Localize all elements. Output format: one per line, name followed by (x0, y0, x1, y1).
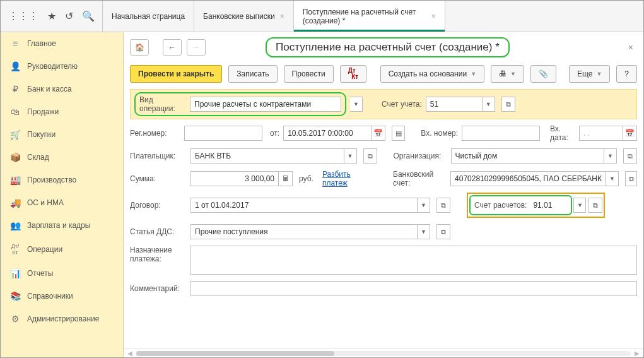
row-reg: Рег.номер: от: 10.05.2017 0:00:00 📅 ▤ Вх… (130, 124, 637, 142)
op-type-input[interactable]: Прочие расчеты с контрагентами (190, 97, 341, 112)
sidebar-item-admin[interactable]: ⚙Администрирование (1, 307, 123, 330)
comment-input[interactable] (190, 281, 637, 296)
app-window: ⋮⋮⋮ ★ ↺ 🔍 Начальная страница Банковские … (0, 0, 644, 358)
org-dropdown[interactable]: ▼ (604, 148, 617, 164)
write-button[interactable]: Записать (228, 65, 277, 83)
bank-acc-label: Банковский счет: (393, 170, 447, 188)
settle-acc-dropdown[interactable]: ▼ (573, 198, 586, 213)
bank-acc-open[interactable]: ⧉ (625, 171, 637, 186)
doc-icon[interactable]: ▤ (392, 126, 405, 141)
split-payment-link[interactable]: Разбить платеж (322, 170, 370, 188)
sidebar-item-label: Банк и касса (27, 85, 72, 93)
op-type-dropdown[interactable]: ▼ (350, 97, 363, 112)
calendar-icon[interactable]: 📅 (623, 126, 637, 141)
sidebar-item-label: Отчеты (27, 269, 53, 278)
attach-button[interactable]: 📎 (530, 65, 556, 83)
row-comment: Комментарий: (130, 280, 637, 297)
date-input[interactable]: 10.05.2017 0:00:00 (283, 126, 372, 141)
tab-label: Начальная страница (112, 12, 185, 21)
dds-open[interactable]: ⧉ (436, 224, 450, 239)
payer-dropdown[interactable]: ▼ (344, 148, 357, 164)
sidebar-item-warehouse[interactable]: 📦Склад (1, 146, 123, 169)
tab-start-page[interactable]: Начальная страница (103, 1, 194, 32)
main: 🏠 ← → Поступление на расчетный счет (соз… (124, 32, 643, 357)
sidebar-item-label: Администрирование (27, 314, 99, 323)
calendar-icon[interactable]: 📅 (372, 126, 385, 141)
contract-input[interactable]: 1 от 01.04.2017 (190, 198, 418, 213)
in-no-label: Вх. номер: (421, 129, 458, 138)
account-input[interactable]: 51 (426, 97, 483, 112)
chart-icon: 📊 (9, 268, 21, 278)
books-icon: 📚 (9, 291, 21, 301)
close-icon[interactable]: × (431, 12, 436, 21)
sidebar-item-bank[interactable]: ₽Банк и касса (1, 78, 123, 100)
forward-button[interactable]: → (187, 39, 206, 56)
post-and-close-button[interactable]: Провести и закрыть (130, 65, 222, 83)
sidebar-item-manager[interactable]: 👤Руководителю (1, 55, 123, 78)
print-button[interactable]: 🖶▼ (491, 65, 524, 83)
sidebar-item-production[interactable]: 🏭Производство (1, 169, 123, 191)
tab-bank-statements[interactable]: Банковские выписки × (194, 1, 294, 32)
scroll-track[interactable] (136, 351, 631, 356)
settle-acc-label: Счет расчетов: (474, 201, 527, 210)
tabs: Начальная страница Банковские выписки × … (103, 1, 445, 32)
bank-acc-input[interactable]: 40702810299996505045, ПАО СБЕРБАНК (450, 171, 606, 186)
account-open[interactable]: ⧉ (501, 97, 515, 112)
sidebar-item-label: Зарплата и кадры (27, 221, 90, 230)
sidebar-item-label: ОС и НМА (27, 198, 64, 207)
sidebar-item-catalogs[interactable]: 📚Справочники (1, 285, 123, 307)
from-label: от: (270, 129, 279, 138)
scroll-thumb[interactable] (136, 351, 334, 356)
org-input[interactable]: Чистый дом (451, 148, 605, 164)
in-no-input[interactable] (462, 126, 540, 141)
calc-icon[interactable]: 🖩 (279, 171, 293, 186)
row-contract: Договор: 1 от 01.04.2017 ▼ ⧉ Счет расчет… (130, 193, 637, 218)
sidebar-item-assets[interactable]: 🚚ОС и НМА (1, 191, 123, 214)
sidebar-item-hr[interactable]: 👥Зарплата и кадры (1, 214, 123, 237)
in-date-input[interactable]: . . (579, 126, 623, 141)
tab-receipt-create[interactable]: Поступление на расчетный счет (создание)… (294, 1, 445, 32)
scroll-right-icon[interactable]: ▶ (635, 350, 640, 357)
sidebar-item-operations[interactable]: Дт/КтОперации (1, 237, 123, 262)
payer-open[interactable]: ⧉ (363, 148, 377, 164)
body: ≡Главное 👤Руководителю ₽Банк и касса 🛍Пр… (1, 32, 643, 357)
purpose-label: Назначение платежа: (130, 246, 187, 263)
apps-icon[interactable]: ⋮⋮⋮ (8, 10, 38, 22)
search-icon[interactable]: 🔍 (82, 10, 95, 22)
star-icon[interactable]: ★ (47, 10, 56, 22)
sum-input[interactable]: 3 000,00 (190, 171, 279, 186)
close-icon[interactable]: × (280, 12, 284, 21)
bank-acc-dropdown[interactable]: ▼ (606, 171, 619, 186)
reg-no-input[interactable] (184, 126, 262, 141)
row-purpose: Назначение платежа: (130, 246, 637, 275)
sidebar-item-label: Справочники (27, 292, 73, 301)
dtkt-button[interactable]: Дт Кт (340, 65, 367, 83)
sidebar-item-reports[interactable]: 📊Отчеты (1, 262, 123, 285)
purpose-input[interactable] (190, 246, 637, 275)
truck-icon: 🚚 (9, 198, 21, 208)
horizontal-scrollbar[interactable]: ◀ ▶ (124, 349, 643, 357)
back-button[interactable]: ← (163, 39, 182, 56)
contract-open[interactable]: ⧉ (436, 198, 450, 213)
help-button[interactable]: ? (616, 65, 637, 83)
sidebar-item-sales[interactable]: 🛍Продажи (1, 100, 123, 123)
post-button[interactable]: Провести (284, 65, 334, 83)
close-form-button[interactable]: × (624, 42, 637, 52)
org-open[interactable]: ⧉ (623, 148, 637, 164)
scroll-left-icon[interactable]: ◀ (127, 350, 132, 357)
dtkt-icon: Дт/Кт (9, 243, 21, 256)
contract-dropdown[interactable]: ▼ (418, 198, 430, 213)
sidebar-item-label: Склад (27, 153, 49, 162)
dds-dropdown[interactable]: ▼ (418, 224, 430, 239)
sidebar-item-purchases[interactable]: 🛒Покупки (1, 123, 123, 146)
history-icon[interactable]: ↺ (65, 10, 73, 22)
settle-acc-input[interactable]: 91.01 (529, 198, 567, 213)
sidebar-item-main[interactable]: ≡Главное (1, 32, 123, 55)
payer-input[interactable]: БАНК ВТБ (190, 148, 344, 164)
more-button[interactable]: Еще▼ (569, 65, 610, 83)
account-dropdown[interactable]: ▼ (483, 97, 495, 112)
settle-acc-open[interactable]: ⧉ (588, 198, 602, 213)
create-based-on-button[interactable]: Создать на основании▼ (380, 65, 484, 83)
home-button[interactable]: 🏠 (130, 39, 149, 56)
dds-input[interactable]: Прочие поступления (190, 224, 418, 239)
